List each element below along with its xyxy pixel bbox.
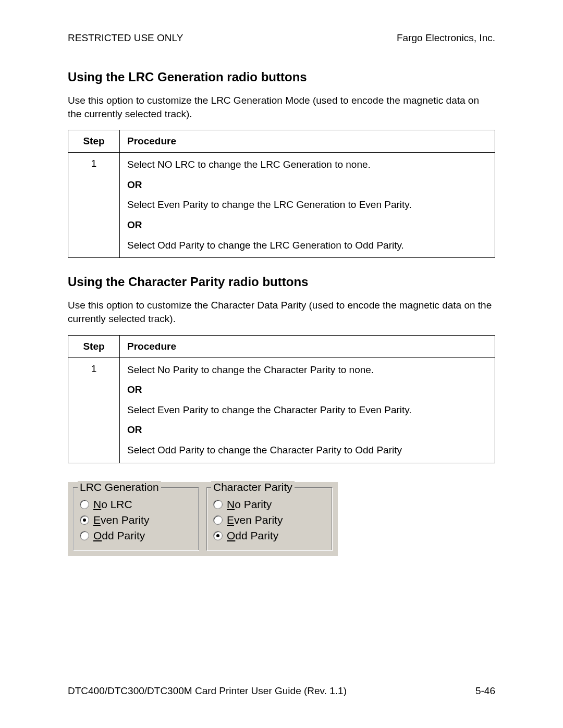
- radio-icon: [213, 500, 223, 509]
- col-header-step: Step: [68, 130, 120, 153]
- radio-label: No Parity: [227, 498, 272, 511]
- lrc-generation-group: LRC Generation No LRC Even Parity Odd Pa…: [73, 487, 199, 551]
- proc-or: OR: [127, 423, 487, 437]
- cp-even-parity-radio[interactable]: Even Parity: [213, 514, 326, 526]
- cp-legend: Character Parity: [211, 481, 295, 493]
- section1-intro: Use this option to customize the LRC Gen…: [68, 94, 495, 120]
- radio-label: No LRC: [93, 498, 132, 511]
- proc-line: Select Even Parity to change the LRC Gen…: [127, 198, 487, 212]
- header-right: Fargo Electronics, Inc.: [397, 32, 495, 44]
- proc-line: Select NO LRC to change the LRC Generati…: [127, 158, 487, 172]
- col-header-step: Step: [68, 335, 120, 357]
- section1-title: Using the LRC Generation radio buttons: [68, 70, 495, 84]
- lrc-even-parity-radio[interactable]: Even Parity: [80, 514, 192, 526]
- header-left: RESTRICTED USE ONLY: [68, 32, 183, 44]
- section2-table: Step Procedure 1 Select No Parity to cha…: [68, 335, 495, 463]
- col-header-procedure: Procedure: [120, 335, 495, 357]
- proc-line: Select Even Parity to change the Charact…: [127, 403, 487, 417]
- proc-or: OR: [127, 383, 487, 397]
- proc-line: Select No Parity to change the Character…: [127, 363, 487, 377]
- proc-or: OR: [127, 178, 487, 192]
- section2-title: Using the Character Parity radio buttons: [68, 275, 495, 289]
- radio-icon: [213, 515, 223, 525]
- section2-intro: Use this option to customize the Charact…: [68, 299, 495, 325]
- col-header-procedure: Procedure: [120, 130, 495, 153]
- radio-icon: [213, 531, 223, 540]
- radio-label: Odd Parity: [93, 529, 145, 542]
- proc-line: Select Odd Parity to change the Characte…: [127, 443, 487, 458]
- page: RESTRICTED USE ONLY Fargo Electronics, I…: [0, 0, 563, 728]
- page-footer: DTC400/DTC300/DTC300M Card Printer User …: [68, 685, 495, 697]
- proc-line: Select Odd Parity to change the LRC Gene…: [127, 239, 487, 253]
- character-parity-group: Character Parity No Parity Even Parity O…: [206, 487, 333, 551]
- radio-icon: [80, 500, 89, 509]
- procedure-cell: Select NO LRC to change the LRC Generati…: [120, 153, 495, 258]
- procedure-cell: Select No Parity to change the Character…: [120, 357, 495, 463]
- cp-no-parity-radio[interactable]: No Parity: [213, 498, 326, 511]
- radio-dot-icon: [216, 534, 219, 537]
- radio-icon: [80, 515, 89, 525]
- footer-left: DTC400/DTC300/DTC300M Card Printer User …: [68, 685, 347, 697]
- lrc-odd-parity-radio[interactable]: Odd Parity: [80, 529, 192, 542]
- section1-table: Step Procedure 1 Select NO LRC to change…: [68, 130, 495, 258]
- radio-label: Even Parity: [93, 514, 149, 526]
- footer-right: 5-46: [475, 685, 495, 697]
- radio-label: Odd Parity: [227, 529, 278, 542]
- page-header: RESTRICTED USE ONLY Fargo Electronics, I…: [68, 32, 495, 44]
- lrc-no-lrc-radio[interactable]: No LRC: [80, 498, 192, 511]
- cp-odd-parity-radio[interactable]: Odd Parity: [213, 529, 326, 542]
- lrc-legend: LRC Generation: [78, 481, 161, 493]
- radio-label: Even Parity: [227, 514, 283, 526]
- radio-icon: [80, 531, 89, 540]
- radio-dot-icon: [83, 519, 86, 522]
- step-number: 1: [68, 153, 120, 258]
- radio-groups-panel: LRC Generation No LRC Even Parity Odd Pa…: [68, 482, 338, 556]
- step-number: 1: [68, 357, 120, 463]
- proc-or: OR: [127, 218, 487, 232]
